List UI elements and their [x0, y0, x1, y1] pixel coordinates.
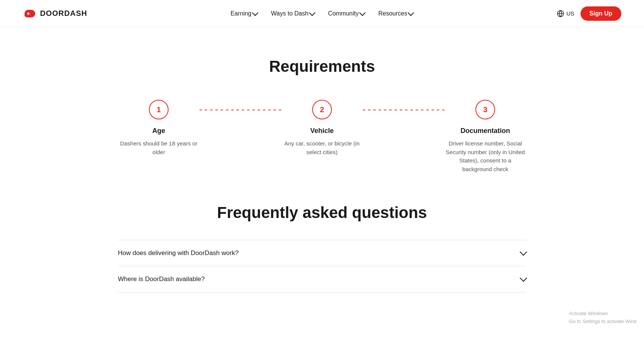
faq-item-2[interactable]: Where is DoorDash available?	[118, 266, 526, 292]
globe-icon	[557, 10, 564, 17]
step-3-label: Documentation	[460, 127, 510, 135]
step-3: 3 Documentation Driver license number, S…	[444, 100, 526, 173]
step-2-description: Any car, scooter, or bicycle (in select …	[281, 139, 363, 156]
faq-section: Frequently asked questions How does deli…	[118, 204, 526, 292]
doordash-logo-icon	[23, 8, 37, 19]
stepper: 1 Age Dashers should be 18 years or olde…	[118, 100, 526, 173]
locale-selector[interactable]: US	[557, 10, 574, 17]
nav-earning[interactable]: Earning	[231, 10, 257, 17]
faq-question-2: Where is DoorDash available?	[118, 275, 205, 283]
step-1-label: Age	[152, 127, 165, 135]
ways-to-dash-chevron-icon	[309, 9, 316, 16]
nav-ways-to-dash[interactable]: Ways to Dash	[271, 10, 314, 17]
faq-chevron-2-icon	[520, 274, 527, 282]
step-1: 1 Age Dashers should be 18 years or olde…	[118, 100, 200, 156]
logo-text: DOORDASH	[40, 9, 87, 18]
faq-chevron-1-icon	[520, 248, 527, 256]
step-2-circle: 2	[312, 100, 332, 119]
step-3-description: Driver license number, Social Security n…	[444, 139, 526, 173]
watermark-line2: Go to Settings to activate Wind	[569, 318, 636, 326]
step-connector-2	[363, 110, 444, 110]
step-1-circle: 1	[149, 100, 169, 119]
step-2-label: Vehicle	[310, 127, 334, 135]
signup-button[interactable]: Sign Up	[581, 6, 621, 21]
step-3-circle: 3	[475, 100, 495, 119]
step-1-description: Dashers should be 18 years or older	[118, 139, 200, 156]
header: DOORDASH Earning Ways to Dash Community …	[0, 0, 644, 27]
windows-watermark: Activate Windows Go to Settings to activ…	[569, 310, 636, 326]
community-chevron-icon	[359, 9, 365, 16]
step-2: 2 Vehicle Any car, scooter, or bicycle (…	[281, 100, 363, 156]
watermark-line1: Activate Windows	[569, 310, 636, 318]
main-content: Requirements 1 Age Dashers should be 18 …	[95, 27, 549, 315]
header-right: US Sign Up	[557, 6, 621, 21]
step-connector-1	[200, 110, 281, 110]
requirements-section: Requirements 1 Age Dashers should be 18 …	[118, 57, 526, 173]
nav-community[interactable]: Community	[328, 10, 365, 17]
faq-list: How does delivering with DoorDash work? …	[118, 240, 526, 292]
logo[interactable]: DOORDASH	[23, 8, 87, 19]
faq-title: Frequently asked questions	[118, 204, 526, 222]
faq-question-1: How does delivering with DoorDash work?	[118, 249, 238, 257]
resources-chevron-icon	[408, 9, 414, 16]
earning-chevron-icon	[252, 9, 259, 16]
requirements-title: Requirements	[118, 57, 526, 76]
faq-item-1[interactable]: How does delivering with DoorDash work?	[118, 240, 526, 266]
svg-point-0	[27, 12, 29, 15]
main-nav: Earning Ways to Dash Community Resources	[231, 10, 413, 17]
nav-resources[interactable]: Resources	[378, 10, 413, 17]
